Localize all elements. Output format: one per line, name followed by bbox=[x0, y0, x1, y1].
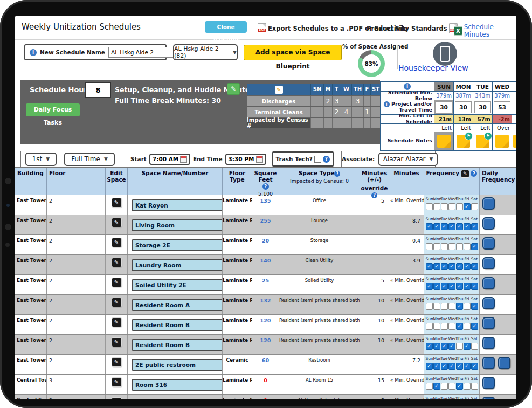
add-space-button[interactable]: Add space via Space Blueprint bbox=[244, 45, 342, 60]
travel-time-input[interactable] bbox=[512, 100, 516, 115]
day-checkbox[interactable] bbox=[433, 363, 440, 370]
day-checkbox[interactable] bbox=[433, 303, 440, 310]
day-checkbox[interactable] bbox=[448, 263, 455, 270]
help-icon[interactable]: ? bbox=[323, 156, 330, 163]
day-checkbox[interactable] bbox=[433, 263, 440, 270]
census-value-cell[interactable] bbox=[341, 96, 351, 106]
help-icon[interactable]: ? bbox=[334, 171, 340, 177]
day-checkbox[interactable] bbox=[464, 303, 471, 310]
census-value-cell[interactable] bbox=[351, 107, 363, 117]
census-value-cell[interactable] bbox=[341, 118, 351, 128]
edit-space-icon[interactable]: ✎ bbox=[112, 258, 121, 267]
census-value-cell[interactable] bbox=[323, 118, 332, 128]
shift-select[interactable]: 1st▼ bbox=[25, 153, 57, 166]
edit-space-icon[interactable]: ✎ bbox=[112, 238, 121, 247]
day-checkbox[interactable] bbox=[471, 263, 478, 270]
space-name-input[interactable]: Resident Room A bbox=[132, 299, 223, 311]
day-checkbox[interactable] bbox=[433, 203, 440, 210]
day-checkbox[interactable] bbox=[456, 383, 463, 390]
edit-space-icon[interactable]: ✎ bbox=[112, 398, 121, 399]
day-checkbox[interactable] bbox=[464, 203, 471, 210]
day-checkbox[interactable] bbox=[441, 263, 448, 270]
day-checkbox[interactable] bbox=[464, 243, 471, 250]
clone-schedule-button[interactable]: Clone Schedule bbox=[205, 21, 247, 33]
day-checkbox[interactable] bbox=[456, 203, 463, 210]
day-checkbox[interactable] bbox=[441, 343, 448, 350]
sticky-note-icon[interactable]: ⚑ bbox=[476, 135, 489, 148]
day-checkbox[interactable] bbox=[426, 343, 433, 350]
day-checkbox[interactable] bbox=[456, 283, 463, 290]
day-checkbox[interactable] bbox=[426, 363, 433, 370]
day-checkbox[interactable] bbox=[441, 243, 448, 250]
schedule-select[interactable]: AL Hskg Aide 2 (82)▼ bbox=[173, 44, 238, 60]
day-checkbox[interactable] bbox=[456, 323, 463, 330]
day-checkbox[interactable] bbox=[471, 203, 478, 210]
day-checkbox[interactable] bbox=[448, 383, 455, 390]
day-checkbox[interactable] bbox=[433, 383, 440, 390]
daily-frequency-button[interactable] bbox=[482, 237, 495, 250]
day-checkbox[interactable] bbox=[448, 303, 455, 310]
new-schedule-name-input[interactable] bbox=[108, 47, 182, 58]
travel-time-input[interactable]: 30 bbox=[434, 100, 454, 115]
day-checkbox[interactable] bbox=[464, 343, 471, 350]
day-checkbox[interactable] bbox=[456, 363, 463, 370]
space-name-input[interactable]: Resident Room B bbox=[132, 319, 223, 331]
day-checkbox[interactable] bbox=[464, 223, 471, 230]
trash-tech-checkbox[interactable] bbox=[314, 156, 321, 163]
sticky-note-icon[interactable] bbox=[513, 135, 516, 148]
space-name-input[interactable]: Room 316 bbox=[132, 379, 223, 391]
day-checkbox[interactable] bbox=[433, 323, 440, 330]
help-icon[interactable]: ? bbox=[471, 170, 477, 177]
travel-time-input[interactable]: 30 bbox=[454, 100, 473, 115]
census-value-cell[interactable]: 2 bbox=[332, 107, 341, 117]
census-value-cell[interactable] bbox=[310, 107, 323, 117]
day-checkbox[interactable] bbox=[441, 303, 448, 310]
travel-time-input[interactable]: 53 bbox=[493, 100, 512, 115]
census-value-cell[interactable]: 3 bbox=[332, 96, 341, 106]
census-value-cell[interactable] bbox=[323, 107, 332, 117]
daily-frequency-button[interactable] bbox=[482, 277, 495, 289]
day-checkbox[interactable] bbox=[448, 363, 455, 370]
daily-frequency-button[interactable] bbox=[482, 297, 495, 309]
sticky-note-icon[interactable] bbox=[495, 135, 509, 148]
edit-space-icon[interactable]: ✎ bbox=[112, 298, 121, 307]
edit-space-icon[interactable]: ✎ bbox=[112, 378, 121, 386]
daily-frequency-button[interactable] bbox=[482, 377, 495, 389]
end-time-input[interactable]: 3:30 PM bbox=[225, 154, 266, 165]
productivity-standards-link[interactable]: Productivity Standards bbox=[367, 23, 458, 33]
day-checkbox[interactable] bbox=[456, 243, 463, 250]
day-checkbox[interactable] bbox=[433, 223, 440, 230]
edit-space-icon[interactable]: ✎ bbox=[112, 198, 121, 207]
day-checkbox[interactable] bbox=[456, 343, 463, 350]
daily-frequency-button[interactable] bbox=[482, 257, 495, 269]
day-checkbox[interactable] bbox=[464, 383, 471, 390]
space-name-input[interactable]: Room 316 Refresh bbox=[132, 399, 223, 399]
census-value-cell[interactable] bbox=[332, 118, 341, 128]
space-name-input[interactable]: Laundry Room bbox=[132, 259, 223, 271]
day-checkbox[interactable] bbox=[471, 383, 478, 390]
edit-space-icon[interactable]: ✎ bbox=[112, 358, 121, 366]
help-icon[interactable]: ? bbox=[262, 183, 269, 190]
day-checkbox[interactable] bbox=[448, 283, 455, 290]
day-checkbox[interactable] bbox=[441, 363, 448, 370]
space-name-input[interactable]: Kat Royon bbox=[132, 199, 223, 211]
day-checkbox[interactable] bbox=[426, 283, 433, 290]
daily-frequency-button[interactable] bbox=[482, 317, 495, 329]
day-checkbox[interactable] bbox=[471, 303, 478, 310]
day-checkbox[interactable] bbox=[441, 383, 448, 390]
sticky-note-icon[interactable]: ⚑ bbox=[457, 135, 470, 148]
employment-select[interactable]: Full Time▼ bbox=[64, 153, 115, 166]
daily-frequency-button[interactable] bbox=[482, 397, 495, 399]
day-checkbox[interactable] bbox=[441, 223, 448, 230]
census-value-cell[interactable] bbox=[363, 96, 370, 106]
daily-frequency-button[interactable] bbox=[482, 217, 495, 230]
day-checkbox[interactable] bbox=[471, 343, 478, 350]
start-time-input[interactable]: 7:00 AM bbox=[149, 154, 190, 165]
census-value-cell[interactable] bbox=[370, 96, 381, 106]
day-checkbox[interactable] bbox=[433, 243, 440, 250]
day-checkbox[interactable] bbox=[471, 223, 478, 230]
day-checkbox[interactable] bbox=[426, 203, 433, 210]
edit-icon[interactable]: ✎ bbox=[275, 86, 283, 94]
census-value-cell[interactable] bbox=[310, 96, 323, 106]
space-name-input[interactable]: Living Room bbox=[132, 219, 223, 231]
